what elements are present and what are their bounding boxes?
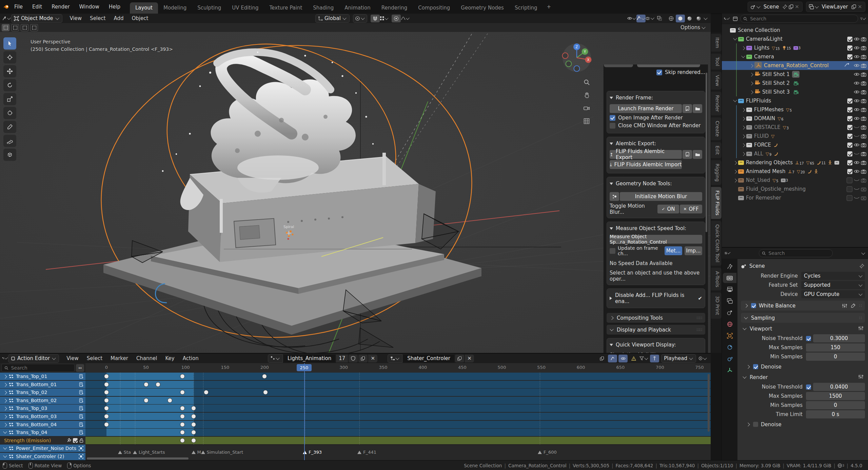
- keyframe[interactable]: [104, 414, 109, 419]
- keyframe[interactable]: [180, 430, 185, 435]
- channel-name-field[interactable]: Shater_Controler: [403, 355, 454, 362]
- only-selected-toggle[interactable]: [608, 355, 617, 362]
- channel-track[interactable]: [85, 429, 711, 436]
- menu-render[interactable]: Render: [47, 0, 74, 14]
- keyframe[interactable]: [104, 422, 109, 427]
- action-users-count[interactable]: 17: [336, 355, 348, 362]
- select-mode-set[interactable]: [2, 24, 9, 31]
- outliner-row-camera[interactable]: Camera: [722, 52, 868, 61]
- display-playback-section[interactable]: Display and Playback∷∷: [607, 325, 705, 335]
- workspace-tab-scripting[interactable]: Scripting: [509, 2, 543, 14]
- workspace-tab-texture-paint[interactable]: Texture Paint: [264, 2, 308, 14]
- keyframe[interactable]: [104, 406, 109, 411]
- hide-toggle-eye-icon[interactable]: [854, 178, 860, 182]
- launch-frame-render-button[interactable]: Launch Frame Render: [610, 104, 682, 113]
- render-toggle-camera-icon[interactable]: [861, 196, 866, 200]
- timeline-h-scrollbar[interactable]: [87, 457, 189, 459]
- exclude-checkbox[interactable]: [847, 160, 852, 165]
- exclude-checkbox[interactable]: [847, 186, 852, 192]
- proportional-edit-keys-dropdown[interactable]: [698, 355, 707, 362]
- sampling-panel-header[interactable]: Sampling ∷: [741, 313, 865, 323]
- new-scene-icon[interactable]: [788, 4, 794, 10]
- outliner-row-camera-rotation-control[interactable]: Camera_Rotation_Control: [722, 61, 868, 70]
- exclude-checkbox[interactable]: [847, 195, 852, 201]
- dopesheet-editor-type-icon[interactable]: [2, 355, 8, 361]
- viewport-3d[interactable]: Spiral User Perspective (250) Scene Coll…: [0, 32, 711, 353]
- pin-id-icon[interactable]: [859, 263, 865, 269]
- object-visibility-dropdown[interactable]: [627, 15, 636, 22]
- select-mode-subtract[interactable]: [21, 24, 28, 31]
- proportional-editing-toggle[interactable]: [392, 15, 401, 22]
- render-toggle-camera-icon[interactable]: [861, 99, 866, 103]
- menu-help[interactable]: Help: [104, 0, 125, 14]
- overlays-dropdown[interactable]: [646, 15, 655, 22]
- remove-layer-icon[interactable]: ✕: [857, 4, 863, 10]
- sidebar-tab-flip-fluids[interactable]: FLIP Fluids: [711, 187, 722, 219]
- keyframe[interactable]: [167, 398, 172, 403]
- channel-trans-bottom-02[interactable]: Trans_Bottom_02: [0, 397, 85, 404]
- expand-arrow[interactable]: [741, 133, 746, 139]
- render-toggle-camera-icon[interactable]: [861, 134, 866, 138]
- action-copy-icon[interactable]: [358, 355, 368, 362]
- field-value-dropdown[interactable]: GPU Compute: [801, 290, 865, 298]
- marker-f_393[interactable]: F_393: [303, 450, 322, 455]
- outliner-editor-type-icon[interactable]: [724, 16, 730, 22]
- close-cmd-checkbox[interactable]: [610, 123, 615, 129]
- show-hidden-toggle[interactable]: [618, 355, 628, 362]
- render-value-slider[interactable]: 0 s: [806, 410, 865, 418]
- white-balance-panel-header[interactable]: White Balance ∷: [741, 301, 865, 311]
- sidebar-tab-view[interactable]: View: [711, 72, 722, 90]
- viewport-denoise-checkbox[interactable]: [753, 364, 758, 369]
- sidebar-tab-a-tools[interactable]: A-Tools: [711, 268, 722, 291]
- render-toggle-camera-icon[interactable]: [861, 143, 866, 147]
- keyframe[interactable]: [180, 406, 185, 411]
- channel-trans-top-02[interactable]: Trans_Top_02: [0, 389, 85, 396]
- workspace-tab-animation[interactable]: Animation: [339, 2, 376, 14]
- auto-snap-cursor-toggle[interactable]: [650, 355, 659, 362]
- workspace-tab-shading[interactable]: Shading: [308, 2, 339, 14]
- scene-selector[interactable]: Scene ✕: [748, 2, 803, 12]
- workspace-tab-sculpting[interactable]: Sculpting: [192, 2, 226, 14]
- sampling-viewport-header[interactable]: Viewport: [741, 324, 865, 333]
- gizmo-x-axis[interactable]: X: [587, 58, 590, 62]
- measure-header[interactable]: Measure Object Speed Tool:: [610, 225, 702, 233]
- workspace-tab-geometry-nodes[interactable]: Geometry Nodes: [455, 2, 509, 14]
- viewport-menu-select[interactable]: Select: [86, 15, 110, 21]
- properties-tab-tool[interactable]: [723, 261, 736, 271]
- action-unlink-icon[interactable]: ✕: [368, 355, 377, 362]
- channel-power-emiter-noise-dots[interactable]: Power_Emiter_Noise Dots: [0, 445, 85, 452]
- menu-file[interactable]: File: [9, 0, 27, 14]
- zoom-icon[interactable]: [582, 77, 592, 88]
- properties-tab-data[interactable]: [723, 365, 736, 375]
- navigation-gizmo[interactable]: Z Y X: [561, 42, 594, 75]
- tool-scale[interactable]: [3, 93, 16, 105]
- expand-arrow[interactable]: [741, 107, 746, 113]
- shading-options-dropdown[interactable]: [704, 16, 707, 20]
- exclude-checkbox[interactable]: [847, 98, 852, 104]
- channel-expand-icon[interactable]: ↔: [76, 364, 84, 372]
- outliner-row-animated-mesh[interactable]: Animated Mesh⊥7▽20: [722, 167, 868, 176]
- hide-toggle-eye-icon[interactable]: [854, 125, 860, 129]
- properties-tab-output[interactable]: [723, 284, 736, 295]
- timeline-menu-action[interactable]: Action: [179, 355, 203, 361]
- channel-track[interactable]: [85, 397, 711, 404]
- properties-tab-scene[interactable]: [723, 307, 736, 318]
- shading-wireframe-button[interactable]: [667, 15, 676, 22]
- blender-logo-icon[interactable]: [3, 4, 9, 10]
- timeline-v-scrollbar[interactable]: [708, 374, 710, 432]
- outliner-row-still-shot-2[interactable]: Still Shot 2: [722, 79, 868, 88]
- expand-arrow[interactable]: [733, 168, 738, 174]
- snap-toggle[interactable]: [371, 15, 380, 22]
- field-value-dropdown[interactable]: Cycles: [801, 272, 865, 280]
- keyframe[interactable]: [204, 390, 209, 395]
- tool-transform[interactable]: [3, 107, 16, 119]
- hide-toggle-eye-icon[interactable]: [854, 143, 860, 147]
- expand-arrow[interactable]: [733, 159, 738, 166]
- render-value-slider[interactable]: 0.0400: [813, 383, 865, 391]
- outliner-row-rendering-objects[interactable]: Rendering Objects⊥17▽6511: [722, 158, 868, 167]
- alembic-folder-button[interactable]: [693, 150, 702, 159]
- properties-tab-render[interactable]: [723, 273, 736, 283]
- marker-m[interactable]: M: [192, 450, 201, 455]
- render-toggle-camera-icon[interactable]: [861, 55, 866, 59]
- white-balance-checkbox[interactable]: [751, 303, 756, 308]
